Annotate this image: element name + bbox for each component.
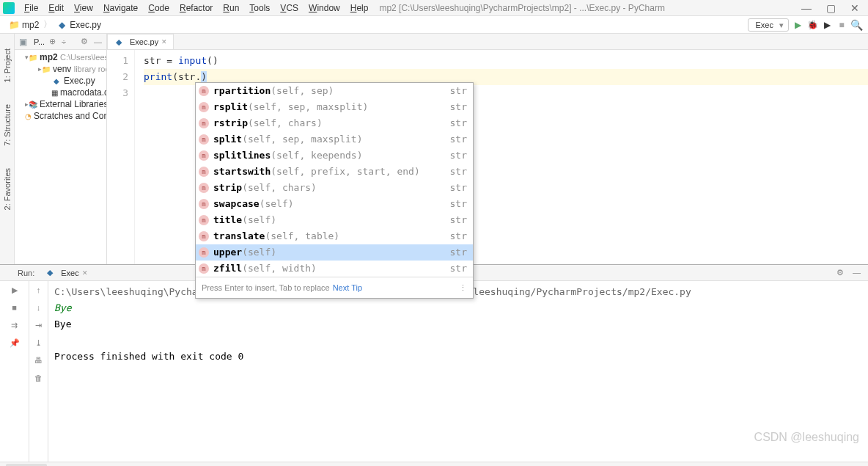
hide-icon[interactable]: — (851, 268, 862, 277)
menu-vcs[interactable]: VCS (275, 1, 304, 15)
autocomplete-item-translate[interactable]: mtranslate(self, table)str (196, 228, 473, 244)
menu-navigate[interactable]: Navigate (98, 1, 143, 15)
line-number: 2 (107, 69, 128, 85)
breadcrumb-project[interactable]: 📁 mp2 (6, 20, 42, 30)
layout-icon[interactable]: ⇉ (9, 319, 21, 331)
autocomplete-params: (self, sep, maxsplit) (242, 132, 362, 147)
close-tab-icon[interactable]: ✕ (82, 269, 88, 277)
folder-icon: 📁 (9, 20, 19, 30)
code-editor[interactable]: 1 2 3 str = input() print(str.) mrpartit… (107, 50, 868, 264)
more-icon[interactable]: ⋮ (459, 280, 467, 296)
maximize-icon[interactable]: ▢ (826, 2, 836, 14)
menu-window[interactable]: Window (304, 1, 345, 15)
side-tab-structure[interactable]: 7: Structure (3, 104, 12, 146)
run-tab-label: Exec (61, 269, 78, 277)
menu-run[interactable]: Run (218, 1, 244, 15)
stop-icon[interactable]: ■ (836, 19, 847, 31)
close-icon[interactable]: ✕ (850, 2, 859, 14)
tree-exec[interactable]: ◆ Exec.py (15, 75, 106, 87)
tree-external-label: External Libraries (40, 99, 107, 109)
autocomplete-item-strip[interactable]: mstrip(self, chars)str (196, 180, 473, 196)
hide-icon[interactable]: — (92, 37, 103, 46)
project-icon: ▣ (18, 37, 28, 47)
menu-code[interactable]: Code (143, 1, 174, 15)
minimize-icon[interactable]: — (801, 2, 812, 14)
folder-icon: 📁 (29, 52, 37, 62)
run-config-dropdown[interactable]: Exec (748, 18, 789, 32)
gear-icon[interactable]: ⚙ (79, 37, 89, 46)
run-label: Run: (18, 269, 34, 277)
tree-macrodata[interactable]: ▦ macrodata.csv (15, 87, 106, 98)
menu-tools[interactable]: Tools (244, 1, 275, 15)
run-tab-exec[interactable]: ◆ Exec ✕ (40, 266, 92, 280)
scroll-icon[interactable]: ⤓ (33, 337, 45, 349)
autocomplete-item-zfill[interactable]: mzfill(self, width)str (196, 261, 473, 277)
autocomplete-item-split[interactable]: msplit(self, sep, maxsplit)str (196, 131, 473, 148)
method-icon: m (199, 134, 209, 145)
run-icon[interactable]: ▶ (792, 19, 803, 31)
menu-edit[interactable]: Edit (43, 1, 69, 15)
autocomplete-item-swapcase[interactable]: mswapcase(self)str (196, 196, 473, 212)
wrap-icon[interactable]: ⇥ (33, 319, 45, 331)
autocomplete-item-upper[interactable]: mupper(self)str (196, 244, 473, 261)
menu-help[interactable]: Help (345, 1, 374, 15)
autocomplete-next-tip[interactable]: Next Tip (333, 280, 362, 296)
close-tab-icon[interactable]: ✕ (161, 38, 167, 45)
autocomplete-params: (self, sep, maxsplit) (248, 100, 368, 114)
autocomplete-hint: Press Enter to insert, Tab to replace (202, 280, 330, 296)
tree-external-libs[interactable]: ▸ 📚 External Libraries (15, 98, 106, 110)
breadcrumb-file[interactable]: ◆ Exec.py (54, 20, 104, 30)
menu-refactor[interactable]: Refactor (174, 1, 218, 15)
autocomplete-footer: Press Enter to insert, Tab to replaceNex… (196, 277, 473, 298)
side-tab-favorites[interactable]: 2: Favorites (3, 168, 12, 210)
print-icon[interactable]: 🖶 (33, 354, 45, 366)
run-body: ▶ ■ ⇉ 📌 ↑ ↓ ⇥ ⤓ 🖶 🗑 C:\Users\leeshuqing\… (0, 281, 868, 462)
autocomplete-name: rstrip (213, 116, 248, 131)
pin-icon[interactable]: 📌 (9, 337, 21, 349)
method-icon: m (199, 118, 209, 128)
method-icon: m (199, 231, 209, 241)
target-icon[interactable]: ⊕ (48, 37, 57, 46)
python-file-icon: ◆ (56, 20, 67, 30)
tree-root-label: mp2 (40, 52, 58, 62)
autocomplete-name: translate (213, 229, 265, 244)
autocomplete-item-rpartition[interactable]: mrpartition(self, sep)str (196, 83, 473, 99)
run-coverage-icon[interactable]: ▶ (821, 19, 833, 31)
editor-area: ◆ Exec.py ✕ 1 2 3 str = input() print(st… (107, 34, 868, 264)
tree-scratches[interactable]: ◔ Scratches and Consol (15, 110, 106, 122)
tree-root[interactable]: ▾ 📁 mp2 C:\Users\leeshu (15, 51, 106, 63)
method-icon: m (199, 86, 209, 96)
left-tool-strip: 1: Project 7: Structure 2: Favorites (0, 34, 15, 264)
tree-exec-label: Exec.py (64, 76, 95, 86)
up-icon[interactable]: ↑ (33, 284, 45, 296)
menu-view[interactable]: View (69, 1, 98, 15)
method-icon: m (199, 150, 209, 161)
python-file-icon: ◆ (51, 76, 62, 86)
autocomplete-item-title[interactable]: mtitle(self)str (196, 212, 473, 228)
autocomplete-item-splitlines[interactable]: msplitlines(self, keepends)str (196, 148, 473, 164)
autocomplete-name: swapcase (213, 197, 260, 211)
line-number: 1 (107, 53, 128, 69)
code-body[interactable]: str = input() print(str.) mrpartition(se… (135, 50, 868, 264)
expand-icon[interactable]: ÷ (60, 37, 67, 46)
tree-venv[interactable]: ▸ 📁 venv library root (15, 63, 106, 75)
autocomplete-item-rstrip[interactable]: mrstrip(self, chars)str (196, 115, 473, 131)
search-icon[interactable]: 🔍 (850, 19, 862, 31)
debug-icon[interactable]: 🐞 (806, 19, 818, 31)
down-icon[interactable]: ↓ (33, 302, 45, 313)
menu-file[interactable]: File (19, 1, 43, 15)
rerun-icon[interactable]: ▶ (9, 284, 21, 296)
autocomplete-type: str (450, 261, 467, 276)
breadcrumb: 📁 mp2 〉 ◆ Exec.py Exec ▶ 🐞 ▶ ■ 🔍 (0, 16, 868, 34)
trash-icon[interactable]: 🗑 (33, 372, 45, 384)
side-tab-project[interactable]: 1: Project (3, 48, 12, 82)
gear-icon[interactable]: ⚙ (835, 268, 845, 277)
stop-icon[interactable]: ■ (9, 302, 21, 313)
autocomplete-type: str (450, 197, 467, 211)
autocomplete-item-startswith[interactable]: mstartswith(self, prefix, start, end)str (196, 164, 473, 180)
project-panel: ▣ P... ⊕ ÷ ⚙ — ▾ 📁 mp2 C:\Users\leeshu ▸… (15, 34, 107, 264)
console-output[interactable]: C:\Users\leeshuqing\PycharmProjects\mp2\… (48, 281, 868, 462)
autocomplete-item-rsplit[interactable]: mrsplit(self, sep, maxsplit)str (196, 99, 473, 115)
editor-tab-exec[interactable]: ◆ Exec.py ✕ (107, 34, 174, 49)
autocomplete-params: (self, keepends) (271, 148, 362, 163)
